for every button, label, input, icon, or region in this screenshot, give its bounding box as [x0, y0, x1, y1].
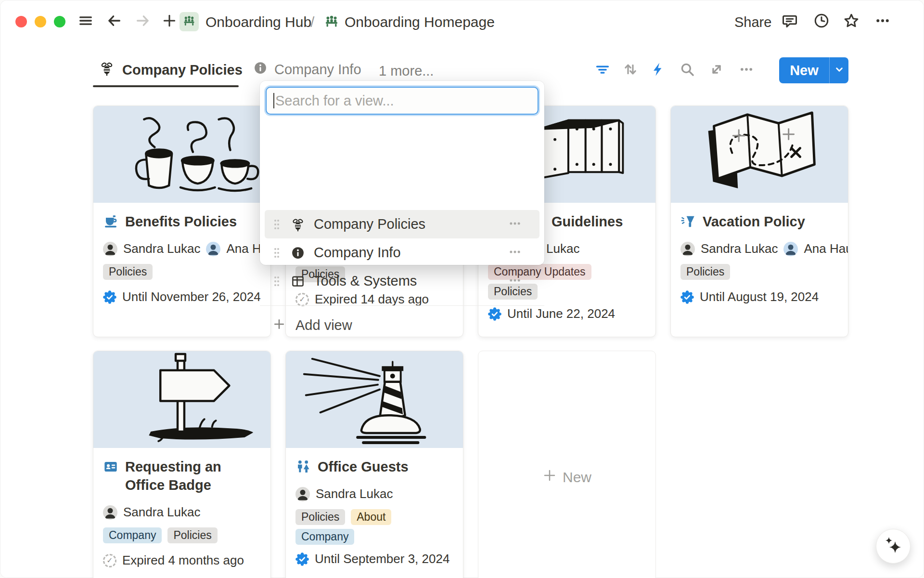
- tag: Policies: [103, 264, 153, 280]
- view-item-options-button[interactable]: [508, 245, 522, 261]
- ai-assistant-button[interactable]: [876, 529, 911, 564]
- view-options-button[interactable]: [738, 62, 755, 79]
- card-title-row: Requesting an Office Badge: [103, 458, 261, 494]
- verified-badge-icon: [103, 290, 116, 304]
- card-tags: Policies: [680, 264, 838, 280]
- filter-button[interactable]: [594, 62, 611, 79]
- card-title: Guidelines: [552, 212, 623, 231]
- view-item-label: Company Policies: [314, 216, 425, 232]
- person-name: Sandra Lukac: [123, 505, 200, 520]
- hamburger-icon: [77, 13, 94, 31]
- plus-icon: [162, 13, 177, 30]
- breadcrumb-separator: /: [310, 14, 314, 30]
- close-window-button[interactable]: [15, 16, 27, 27]
- person-name: Sandra Lukac: [701, 241, 778, 256]
- sort-arrows-icon: [622, 61, 639, 79]
- card-people: Sandra Lukac: [103, 505, 270, 520]
- info-icon: [253, 61, 268, 79]
- vacation-icon: [680, 214, 696, 229]
- arrow-right-icon: [135, 13, 151, 31]
- sort-button[interactable]: [622, 62, 639, 79]
- badge-icon: [103, 459, 118, 474]
- search-icon: [679, 61, 695, 79]
- view-menu-item-company-policies[interactable]: Company Policies: [265, 210, 539, 238]
- breadcrumb-hub-item[interactable]: [180, 12, 199, 31]
- new-card-label: New: [563, 469, 591, 486]
- text-caret: [273, 93, 274, 108]
- table-icon: [291, 274, 305, 289]
- new-button-dropdown[interactable]: [830, 63, 848, 78]
- comments-button[interactable]: [781, 13, 799, 31]
- drag-handle-icon[interactable]: [273, 218, 280, 231]
- status-text: Until September 3, 2024: [315, 552, 449, 566]
- history-button[interactable]: [812, 13, 831, 31]
- person-name: Lukac: [546, 241, 579, 256]
- card-tags: Policies: [103, 264, 261, 280]
- tab-company-policies[interactable]: Company Policies: [99, 61, 243, 79]
- new-button-label: New: [779, 63, 829, 79]
- breadcrumb-page-label[interactable]: Onboarding Homepage: [345, 14, 495, 30]
- avatar: [206, 242, 220, 256]
- view-menu-item-tools-systems[interactable]: Tools & Systems: [265, 267, 539, 295]
- search-view-button[interactable]: [679, 62, 696, 79]
- navigate-back-button[interactable]: [106, 13, 122, 30]
- breadcrumb-hub-label[interactable]: Onboarding Hub: [205, 14, 311, 30]
- gallery-card-vacation-policy[interactable]: Vacation Policy Sandra Lukac Ana Hau Pol…: [670, 105, 848, 337]
- coffee-cup-icon: [103, 214, 118, 229]
- tag: About: [351, 509, 391, 525]
- verified-badge-icon: [295, 552, 309, 566]
- view-menu-item-company-info[interactable]: Company Info: [265, 238, 539, 267]
- favorite-button[interactable]: [842, 13, 860, 31]
- coffee-cups-illustration: [93, 106, 270, 202]
- gallery-card-office-guests[interactable]: Office Guests Sandra Lukac Policies Abou…: [285, 351, 463, 578]
- new-page-button[interactable]: [161, 13, 178, 30]
- expired-check-icon: ✓: [103, 554, 116, 567]
- expand-diagonal-icon: [708, 61, 725, 79]
- new-record-button[interactable]: New: [779, 57, 848, 83]
- new-card-placeholder[interactable]: New: [478, 351, 656, 578]
- comment-icon: [781, 12, 798, 31]
- plus-icon: [542, 468, 557, 486]
- avatar: [295, 487, 310, 501]
- tag: Company: [295, 529, 354, 545]
- share-button[interactable]: Share: [734, 14, 771, 30]
- sidebar-menu-button[interactable]: [77, 13, 94, 30]
- active-tab-underline: [93, 85, 239, 87]
- lighthouse-illustration: [286, 351, 463, 447]
- card-people: Lukac: [546, 241, 655, 256]
- minimize-window-button[interactable]: [35, 16, 46, 27]
- card-tags: Policies About: [295, 509, 453, 525]
- drag-handle-icon[interactable]: [273, 247, 280, 259]
- view-item-options-button[interactable]: [508, 216, 522, 233]
- add-view-button[interactable]: Add view: [265, 311, 539, 339]
- breadcrumb-page-item[interactable]: [323, 13, 340, 31]
- card-title: Benefits Policies: [125, 212, 237, 231]
- ellipsis-icon: [874, 12, 891, 31]
- tag: Company: [103, 527, 162, 543]
- view-item-options-button[interactable]: [508, 273, 522, 289]
- card-cover: [286, 351, 463, 448]
- person-name: Sandra Lukac: [316, 486, 393, 501]
- card-status: Until September 3, 2024: [295, 552, 453, 566]
- view-search-field[interactable]: [267, 88, 538, 114]
- navigate-forward-button[interactable]: [135, 13, 151, 30]
- page-options-button[interactable]: [873, 13, 892, 31]
- card-title: Office Guests: [318, 458, 409, 476]
- gallery-card-benefits-policies[interactable]: Benefits Policies Sandra Lukac Ana Ha Po…: [93, 105, 271, 337]
- verified-badge-icon: [680, 290, 694, 304]
- app-window: Onboarding Hub / Onboarding Homepage Sha…: [0, 0, 924, 578]
- tab-company-info[interactable]: Company Info: [253, 61, 361, 79]
- zoom-window-button[interactable]: [54, 16, 65, 27]
- more-tabs-button[interactable]: 1 more...: [379, 63, 434, 79]
- person-name: Sandra Lukac: [123, 241, 200, 256]
- card-people: Sandra Lukac Ana Hau: [680, 241, 848, 256]
- card-status: Until November 26, 2024: [103, 289, 261, 304]
- drag-handle-icon[interactable]: [273, 275, 280, 288]
- search-view-input[interactable]: [275, 93, 531, 109]
- automations-button[interactable]: [650, 62, 667, 79]
- gallery-card-office-badge[interactable]: Requesting an Office Badge Sandra Lukac …: [93, 351, 271, 578]
- card-cover: [93, 106, 270, 203]
- card-title-row: Benefits Policies: [103, 212, 261, 231]
- view-item-label: Tools & Systems: [314, 273, 417, 289]
- expand-view-button[interactable]: [708, 62, 725, 79]
